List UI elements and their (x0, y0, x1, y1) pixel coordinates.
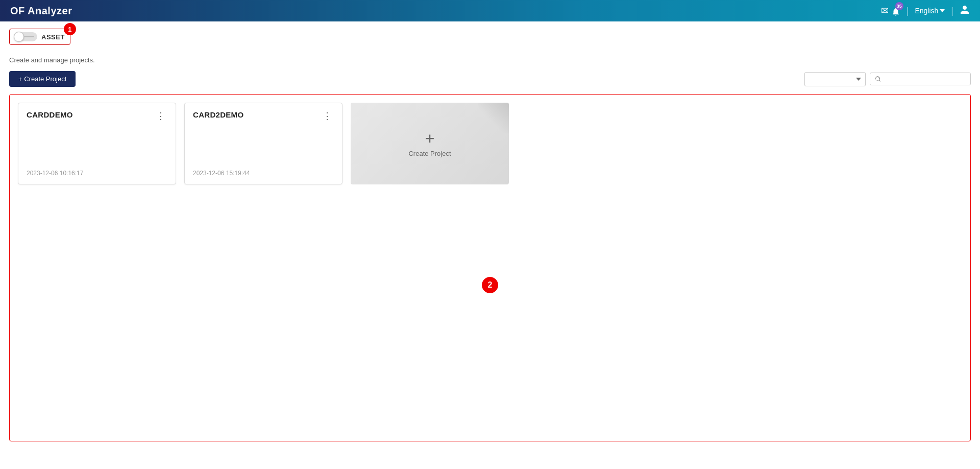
project-card-menu[interactable]: ⋮ (154, 110, 167, 122)
create-new-card[interactable]: + Create Project (351, 103, 509, 184)
notification-count: 35 (895, 2, 903, 10)
toggle-line (24, 36, 34, 37)
project-card-header: CARDDEMO ⋮ (27, 110, 167, 122)
project-card-date: 2023-12-06 15:19:44 (193, 170, 334, 177)
app-header: OF Analyzer ✉ 35 | English | (0, 0, 980, 21)
page-subtitle: Create and manage projects. (9, 56, 971, 64)
project-card-title: CARDDEMO (27, 110, 73, 119)
search-area (804, 72, 971, 86)
chevron-down-icon (940, 9, 945, 12)
cards-container: CARDDEMO ⋮ 2023-12-06 10:16:17 CARD2DEMO… (9, 94, 971, 441)
asset-toggle-container[interactable]: ASSET 1 (9, 29, 70, 45)
user-icon-svg (960, 5, 970, 15)
create-project-button[interactable]: + Create Project (9, 71, 76, 87)
create-card-plus-icon: + (425, 130, 435, 147)
project-card-title: CARD2DEMO (193, 110, 243, 119)
language-selector[interactable]: English (915, 7, 945, 15)
toggle-knob (14, 32, 24, 42)
toggle-track[interactable] (15, 32, 37, 41)
notifications-bell[interactable]: ✉ 35 (881, 5, 900, 16)
project-card-date: 2023-12-06 10:16:17 (27, 170, 167, 177)
sort-select[interactable] (804, 72, 866, 86)
search-input[interactable] (885, 75, 966, 83)
create-card-label: Create Project (408, 150, 451, 157)
app-logo: OF Analyzer (10, 5, 881, 17)
search-box[interactable] (870, 73, 971, 85)
project-card-menu[interactable]: ⋮ (321, 110, 334, 122)
bell-icon: ✉ (881, 6, 889, 16)
language-label: English (915, 7, 938, 15)
project-card-header: CARD2DEMO ⋮ (193, 110, 334, 122)
top-bar: + Create Project (9, 71, 971, 87)
area-badge-2: 2 (482, 277, 498, 293)
asset-label: ASSET (41, 33, 65, 41)
user-profile-icon[interactable] (960, 5, 970, 17)
project-card-carddemo[interactable]: CARDDEMO ⋮ 2023-12-06 10:16:17 (18, 103, 176, 184)
search-icon (874, 76, 881, 83)
main-content: ASSET 1 Create and manage projects. + Cr… (0, 21, 980, 469)
cards-grid: CARDDEMO ⋮ 2023-12-06 10:16:17 CARD2DEMO… (18, 103, 962, 184)
header-divider-1: | (906, 6, 909, 16)
asset-badge: 1 (64, 23, 76, 35)
project-card-card2demo[interactable]: CARD2DEMO ⋮ 2023-12-06 15:19:44 (184, 103, 342, 184)
header-divider-2: | (951, 6, 953, 16)
